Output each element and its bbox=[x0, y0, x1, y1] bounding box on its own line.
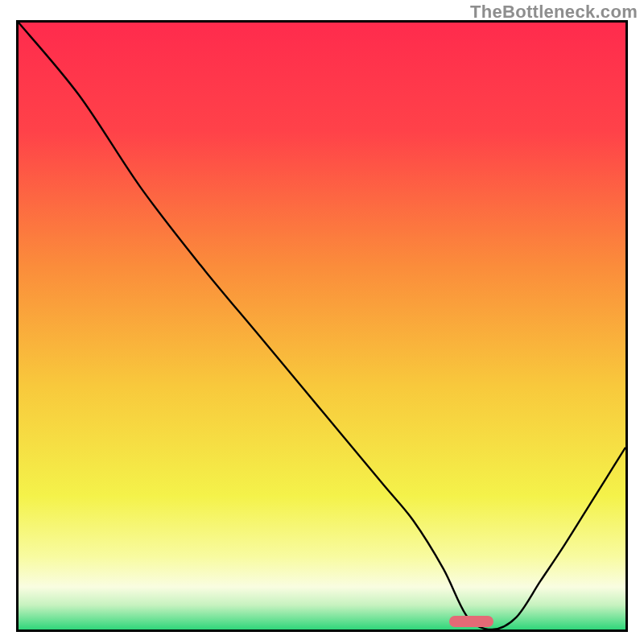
plot-area bbox=[16, 20, 628, 632]
chart-container: TheBottleneck.com bbox=[0, 0, 644, 644]
optimum-marker bbox=[449, 616, 493, 627]
curve-line bbox=[19, 23, 625, 630]
